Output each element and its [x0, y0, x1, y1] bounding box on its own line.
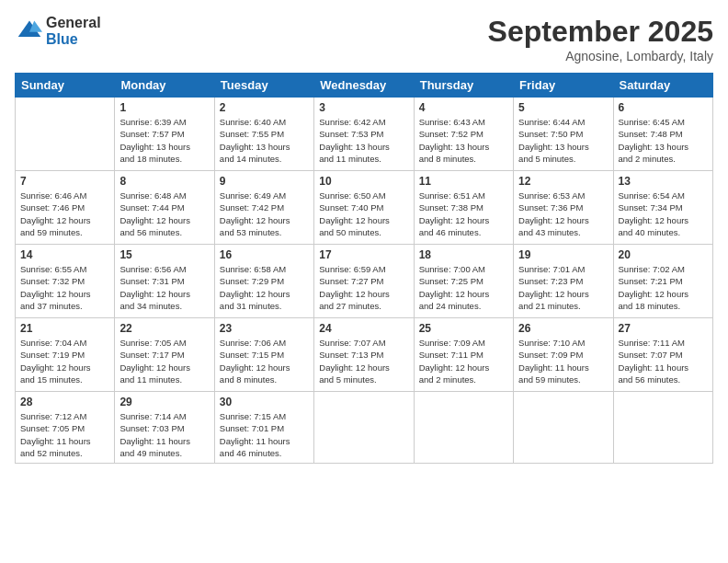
- calendar-cell: 2Sunrise: 6:40 AMSunset: 7:55 PMDaylight…: [214, 98, 313, 171]
- page: General Blue September 2025 Agnosine, Lo…: [0, 0, 728, 563]
- logo-general: General: [46, 15, 101, 31]
- day-number: 24: [319, 322, 408, 335]
- calendar-cell: 6Sunrise: 6:45 AMSunset: 7:48 PMDaylight…: [613, 98, 712, 171]
- weekday-header: Monday: [115, 74, 214, 98]
- day-number: 28: [20, 396, 109, 408]
- cell-info: Sunrise: 6:49 AMSunset: 7:42 PMDaylight:…: [220, 190, 309, 238]
- weekday-header: Saturday: [613, 74, 712, 98]
- cell-info: Sunrise: 6:58 AMSunset: 7:29 PMDaylight:…: [220, 263, 309, 312]
- calendar-cell: 4Sunrise: 6:43 AMSunset: 7:52 PMDaylight…: [414, 98, 513, 171]
- calendar-cell: 3Sunrise: 6:42 AMSunset: 7:53 PMDaylight…: [314, 98, 414, 171]
- cell-info: Sunrise: 7:00 AMSunset: 7:25 PMDaylight:…: [419, 263, 508, 312]
- calendar-cell: 15Sunrise: 6:56 AMSunset: 7:31 PMDayligh…: [115, 245, 214, 318]
- calendar-cell: 25Sunrise: 7:09 AMSunset: 7:11 PMDayligh…: [414, 318, 513, 392]
- calendar-cell: 10Sunrise: 6:50 AMSunset: 7:40 PMDayligh…: [314, 171, 414, 245]
- calendar-cell: [514, 392, 613, 464]
- cell-info: Sunrise: 7:07 AMSunset: 7:13 PMDaylight:…: [319, 337, 408, 385]
- calendar-cell: [16, 98, 115, 171]
- calendar-cell: 23Sunrise: 7:06 AMSunset: 7:15 PMDayligh…: [214, 318, 313, 392]
- cell-info: Sunrise: 7:09 AMSunset: 7:11 PMDaylight:…: [419, 337, 508, 385]
- calendar-week-row: 7Sunrise: 6:46 AMSunset: 7:46 PMDaylight…: [16, 171, 713, 245]
- logo-icon: [17, 18, 42, 40]
- calendar-cell: 28Sunrise: 7:12 AMSunset: 7:05 PMDayligh…: [16, 392, 115, 464]
- calendar-cell: 8Sunrise: 6:48 AMSunset: 7:44 PMDaylight…: [115, 171, 214, 245]
- cell-info: Sunrise: 7:02 AMSunset: 7:21 PMDaylight:…: [619, 263, 708, 312]
- cell-info: Sunrise: 7:14 AMSunset: 7:03 PMDaylight:…: [119, 410, 209, 459]
- calendar-week-row: 28Sunrise: 7:12 AMSunset: 7:05 PMDayligh…: [16, 392, 713, 464]
- calendar-cell: [314, 392, 414, 464]
- cell-info: Sunrise: 6:43 AMSunset: 7:52 PMDaylight:…: [419, 116, 508, 165]
- calendar-cell: 12Sunrise: 6:53 AMSunset: 7:36 PMDayligh…: [514, 171, 613, 245]
- calendar-cell: 5Sunrise: 6:44 AMSunset: 7:50 PMDaylight…: [514, 98, 613, 171]
- day-number: 8: [119, 175, 209, 188]
- day-number: 16: [220, 248, 309, 261]
- calendar-cell: 13Sunrise: 6:54 AMSunset: 7:34 PMDayligh…: [613, 171, 712, 245]
- cell-info: Sunrise: 7:06 AMSunset: 7:15 PMDaylight:…: [220, 337, 309, 385]
- day-number: 9: [220, 175, 309, 188]
- calendar-week-row: 21Sunrise: 7:04 AMSunset: 7:19 PMDayligh…: [16, 318, 713, 392]
- weekday-header: Tuesday: [214, 74, 313, 98]
- day-number: 21: [20, 322, 109, 335]
- cell-info: Sunrise: 6:56 AMSunset: 7:31 PMDaylight:…: [119, 263, 209, 312]
- calendar-cell: 18Sunrise: 7:00 AMSunset: 7:25 PMDayligh…: [414, 245, 513, 318]
- calendar-cell: 14Sunrise: 6:55 AMSunset: 7:32 PMDayligh…: [16, 245, 115, 318]
- day-number: 6: [619, 101, 708, 114]
- cell-info: Sunrise: 7:05 AMSunset: 7:17 PMDaylight:…: [119, 337, 209, 385]
- cell-info: Sunrise: 7:10 AMSunset: 7:09 PMDaylight:…: [518, 337, 608, 385]
- day-number: 23: [220, 322, 309, 335]
- day-number: 17: [319, 248, 408, 261]
- month-title: September 2025: [488, 15, 713, 49]
- header: General Blue September 2025 Agnosine, Lo…: [15, 15, 713, 63]
- calendar-cell: 22Sunrise: 7:05 AMSunset: 7:17 PMDayligh…: [115, 318, 214, 392]
- day-number: 14: [20, 248, 109, 261]
- day-number: 10: [319, 175, 408, 188]
- cell-info: Sunrise: 6:39 AMSunset: 7:57 PMDaylight:…: [119, 116, 209, 165]
- day-number: 18: [419, 248, 508, 261]
- calendar-cell: 30Sunrise: 7:15 AMSunset: 7:01 PMDayligh…: [214, 392, 313, 464]
- calendar-cell: 27Sunrise: 7:11 AMSunset: 7:07 PMDayligh…: [613, 318, 712, 392]
- calendar-cell: 17Sunrise: 6:59 AMSunset: 7:27 PMDayligh…: [314, 245, 414, 318]
- cell-info: Sunrise: 7:15 AMSunset: 7:01 PMDaylight:…: [220, 410, 309, 459]
- calendar-cell: 24Sunrise: 7:07 AMSunset: 7:13 PMDayligh…: [314, 318, 414, 392]
- cell-info: Sunrise: 6:51 AMSunset: 7:38 PMDaylight:…: [419, 190, 508, 238]
- calendar-cell: 26Sunrise: 7:10 AMSunset: 7:09 PMDayligh…: [514, 318, 613, 392]
- day-number: 5: [518, 101, 608, 114]
- calendar-table: SundayMondayTuesdayWednesdayThursdayFrid…: [15, 73, 713, 464]
- title-area: September 2025 Agnosine, Lombardy, Italy: [488, 15, 713, 63]
- cell-info: Sunrise: 7:04 AMSunset: 7:19 PMDaylight:…: [20, 337, 109, 385]
- day-number: 22: [119, 322, 209, 335]
- cell-info: Sunrise: 6:45 AMSunset: 7:48 PMDaylight:…: [619, 116, 708, 165]
- calendar-cell: 19Sunrise: 7:01 AMSunset: 7:23 PMDayligh…: [514, 245, 613, 318]
- calendar-cell: 11Sunrise: 6:51 AMSunset: 7:38 PMDayligh…: [414, 171, 513, 245]
- cell-info: Sunrise: 6:53 AMSunset: 7:36 PMDaylight:…: [518, 190, 608, 238]
- cell-info: Sunrise: 6:42 AMSunset: 7:53 PMDaylight:…: [319, 116, 408, 165]
- day-number: 26: [518, 322, 608, 335]
- calendar-cell: 21Sunrise: 7:04 AMSunset: 7:19 PMDayligh…: [16, 318, 115, 392]
- weekday-header: Friday: [514, 74, 613, 98]
- day-number: 12: [518, 175, 608, 188]
- cell-info: Sunrise: 6:50 AMSunset: 7:40 PMDaylight:…: [319, 190, 408, 238]
- day-number: 29: [119, 396, 209, 408]
- cell-info: Sunrise: 7:01 AMSunset: 7:23 PMDaylight:…: [518, 263, 608, 312]
- logo: General Blue: [15, 15, 101, 48]
- calendar-cell: 16Sunrise: 6:58 AMSunset: 7:29 PMDayligh…: [214, 245, 313, 318]
- day-number: 25: [419, 322, 508, 335]
- calendar-cell: 29Sunrise: 7:14 AMSunset: 7:03 PMDayligh…: [115, 392, 214, 464]
- location: Agnosine, Lombardy, Italy: [488, 49, 713, 63]
- calendar-cell: 9Sunrise: 6:49 AMSunset: 7:42 PMDaylight…: [214, 171, 313, 245]
- cell-info: Sunrise: 6:55 AMSunset: 7:32 PMDaylight:…: [20, 263, 109, 312]
- cell-info: Sunrise: 6:46 AMSunset: 7:46 PMDaylight:…: [20, 190, 109, 238]
- calendar-cell: 7Sunrise: 6:46 AMSunset: 7:46 PMDaylight…: [16, 171, 115, 245]
- cell-info: Sunrise: 7:12 AMSunset: 7:05 PMDaylight:…: [20, 410, 109, 459]
- cell-info: Sunrise: 6:59 AMSunset: 7:27 PMDaylight:…: [319, 263, 408, 312]
- calendar-cell: [414, 392, 513, 464]
- weekday-header: Wednesday: [314, 74, 414, 98]
- day-number: 30: [220, 396, 309, 408]
- day-number: 13: [619, 175, 708, 188]
- cell-info: Sunrise: 6:40 AMSunset: 7:55 PMDaylight:…: [220, 116, 309, 165]
- calendar-week-row: 14Sunrise: 6:55 AMSunset: 7:32 PMDayligh…: [16, 245, 713, 318]
- weekday-header: Sunday: [16, 74, 115, 98]
- logo-blue: Blue: [46, 31, 101, 48]
- day-number: 15: [119, 248, 209, 261]
- day-number: 1: [119, 101, 209, 114]
